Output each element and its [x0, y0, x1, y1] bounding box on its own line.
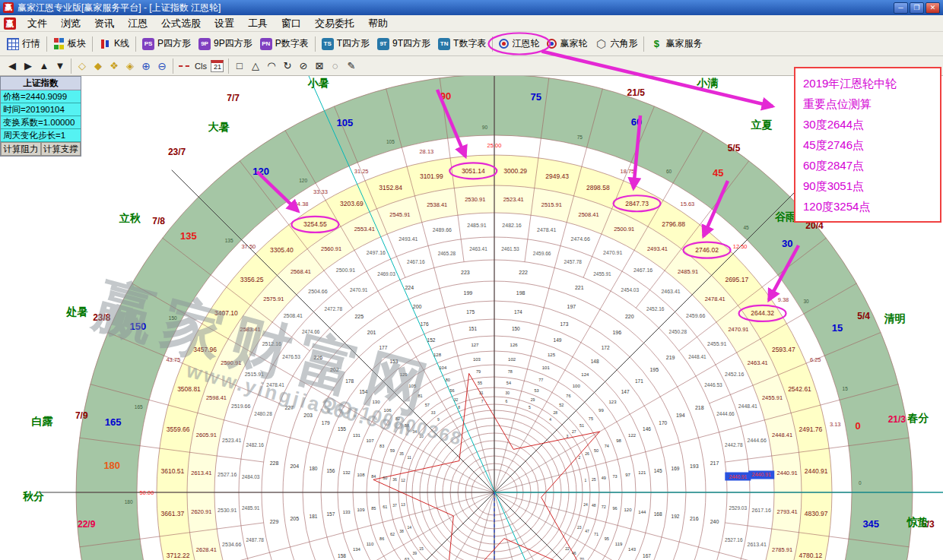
svg-text:2467.16: 2467.16: [407, 259, 425, 264]
circle-slash-tool-button[interactable]: ⊘: [296, 59, 311, 74]
menu-item-窗口[interactable]: 窗口: [275, 15, 308, 32]
menu-item-江恩[interactable]: 江恩: [121, 15, 154, 32]
svg-text:124: 124: [581, 372, 589, 377]
svg-text:15: 15: [419, 546, 424, 551]
info-button-计算支撑[interactable]: 计算支撑: [41, 142, 81, 156]
svg-text:2491.76: 2491.76: [799, 426, 822, 433]
zoom-out-icon: ⊖: [157, 60, 167, 72]
svg-text:白露: 白露: [31, 415, 53, 427]
toolbar-button-kline[interactable]: K线: [95, 35, 133, 52]
svg-text:102: 102: [508, 357, 516, 362]
svg-text:2463.41: 2463.41: [661, 289, 680, 294]
zoom-out-button[interactable]: ⊖: [154, 59, 170, 74]
svg-text:150: 150: [512, 326, 520, 331]
dashed-line-button[interactable]: [176, 59, 192, 74]
p-square-badge-icon: PS: [142, 38, 154, 50]
toolbar-button-t-table[interactable]: TNT数字表: [434, 35, 490, 52]
toolbar-button-t-square[interactable]: TST四方形: [318, 35, 373, 52]
info-button-计算阻力[interactable]: 计算阻力: [1, 142, 41, 156]
circle-slash-tool-icon: ⊘: [299, 60, 307, 71]
svg-text:73: 73: [613, 474, 618, 479]
clear-button[interactable]: Cls: [192, 59, 209, 74]
svg-text:180: 180: [103, 460, 120, 471]
toolbar-button-p-table[interactable]: PNP数字表: [256, 35, 313, 52]
svg-text:3610.51: 3610.51: [161, 467, 185, 475]
svg-text:150: 150: [130, 321, 147, 332]
svg-text:122: 122: [628, 433, 637, 438]
svg-text:2527.16: 2527.16: [725, 537, 743, 543]
zoom-in-button[interactable]: ⊕: [138, 59, 154, 74]
svg-text:177: 177: [379, 345, 387, 350]
svg-text:2469.03: 2469.03: [377, 271, 395, 277]
menu-item-交易委托[interactable]: 交易委托: [308, 15, 361, 32]
diamond-dot-button[interactable]: ◈: [122, 59, 138, 74]
svg-text:5/5: 5/5: [728, 143, 741, 153]
nav-left-icon: ◀: [8, 60, 16, 71]
svg-text:180: 180: [310, 466, 318, 471]
menu-item-帮助[interactable]: 帮助: [361, 15, 395, 32]
nav-down-button[interactable]: ▼: [52, 59, 68, 74]
svg-text:2493.41: 2493.41: [398, 236, 418, 242]
menu-item-公式选股[interactable]: 公式选股: [154, 15, 208, 32]
toolbar-button-gann-wheel[interactable]: 江恩轮: [495, 35, 543, 52]
svg-text:2455.91: 2455.91: [762, 394, 783, 401]
svg-text:22/9: 22/9: [78, 519, 96, 530]
menu-item-设置[interactable]: 设置: [208, 15, 241, 32]
note-line-4: 60度2847点: [803, 155, 932, 176]
diamond-filled-button[interactable]: ◆: [90, 59, 106, 74]
nav-left-button[interactable]: ◀: [5, 59, 20, 74]
svg-text:2482.16: 2482.16: [502, 223, 521, 228]
svg-text:105: 105: [408, 384, 417, 388]
arc-tool-button[interactable]: ◠: [264, 59, 279, 74]
maximize-button[interactable]: ❐: [910, 2, 924, 14]
triangle-tool-button[interactable]: △: [248, 59, 263, 74]
svg-text:56: 56: [449, 388, 454, 393]
toolbar-label-quotes: 行情: [22, 37, 40, 50]
svg-text:15.63: 15.63: [681, 201, 695, 207]
delete-box-tool-button[interactable]: ⊠: [312, 59, 327, 74]
nav-right-button[interactable]: ▶: [21, 59, 36, 74]
svg-text:86: 86: [379, 536, 384, 541]
close-button[interactable]: ✕: [926, 2, 940, 14]
menu-item-工具[interactable]: 工具: [241, 15, 275, 32]
svg-text:144: 144: [638, 510, 646, 514]
toolbar-button-9t-square[interactable]: 9T9T四方形: [373, 35, 434, 52]
diamond-outline-button[interactable]: ◇: [75, 59, 90, 74]
svg-text:2695.17: 2695.17: [725, 276, 748, 283]
nav-up-button[interactable]: ▲: [37, 59, 52, 74]
toolbar-button-sectors[interactable]: 板块: [49, 35, 90, 52]
svg-text:2500.91: 2500.91: [614, 226, 634, 233]
minimize-button[interactable]: ─: [894, 2, 908, 14]
crosshair-tool-button[interactable]: ◌: [328, 59, 343, 74]
info-row-0: 价格=2440.9099: [1, 90, 81, 103]
draw-tool-button[interactable]: ✎: [344, 59, 359, 74]
svg-text:25.00: 25.00: [487, 142, 502, 149]
toolbar-button-winner-service[interactable]: $赢家服务: [646, 35, 706, 52]
menu-item-文件[interactable]: 文件: [21, 15, 54, 32]
toolbar-button-quotes[interactable]: 行情: [3, 35, 44, 52]
title-bar: 赢 赢家江恩专业版[赢家服务平台] - [上证指数 江恩轮] ─ ❐ ✕: [0, 0, 943, 15]
clear-label: Cls: [192, 62, 209, 71]
svg-text:2508.41: 2508.41: [284, 313, 303, 318]
rotate-tool-button[interactable]: ↻: [280, 59, 295, 74]
toolbar-separator: [71, 59, 71, 74]
svg-text:18.75: 18.75: [620, 168, 634, 175]
rect-tool-button[interactable]: □: [232, 59, 247, 74]
toolbar-button-hexagon[interactable]: ⬡六角形: [591, 35, 641, 52]
menu-item-浏览[interactable]: 浏览: [54, 15, 87, 32]
svg-text:2529.03: 2529.03: [729, 505, 748, 511]
toolbar-separator: [173, 59, 173, 74]
toolbar-button-winner-wheel[interactable]: 赢家轮: [543, 35, 591, 52]
svg-text:2512.16: 2512.16: [262, 341, 281, 346]
svg-text:98: 98: [616, 438, 621, 443]
svg-text:132: 132: [343, 470, 351, 475]
svg-text:169: 169: [672, 466, 680, 471]
diamond-cross-button[interactable]: ❖: [106, 59, 122, 74]
toolbar-button-p-square[interactable]: PSP四方形: [138, 35, 195, 52]
menu-item-资讯[interactable]: 资讯: [87, 15, 121, 32]
kline-icon: [99, 38, 111, 50]
calendar-button[interactable]: 21: [210, 59, 225, 74]
svg-text:23/7: 23/7: [168, 147, 186, 157]
toolbar-button-9p-square[interactable]: 9P9P四方形: [195, 35, 256, 52]
svg-text:2527.16: 2527.16: [217, 472, 237, 477]
